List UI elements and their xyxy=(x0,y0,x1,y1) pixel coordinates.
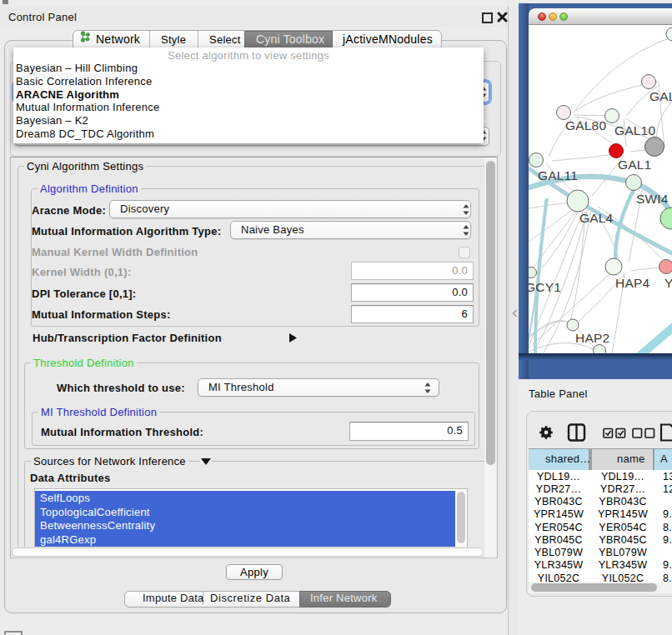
svg-text:GAL4: GAL4 xyxy=(579,211,614,225)
svg-text:SWI4: SWI4 xyxy=(636,192,669,206)
svg-text:GAL10: GAL10 xyxy=(614,123,655,138)
svg-text:HAP2: HAP2 xyxy=(575,331,609,345)
svg-text:Y: Y xyxy=(664,276,672,290)
svg-text:GAL80: GAL80 xyxy=(565,118,606,132)
svg-text:GAL7: GAL7 xyxy=(649,89,672,103)
svg-text:HAP4: HAP4 xyxy=(615,276,649,290)
svg-text:GAL1: GAL1 xyxy=(618,158,651,172)
svg-text:GCY1: GCY1 xyxy=(529,280,561,294)
svg-text:GAL11: GAL11 xyxy=(538,168,578,182)
